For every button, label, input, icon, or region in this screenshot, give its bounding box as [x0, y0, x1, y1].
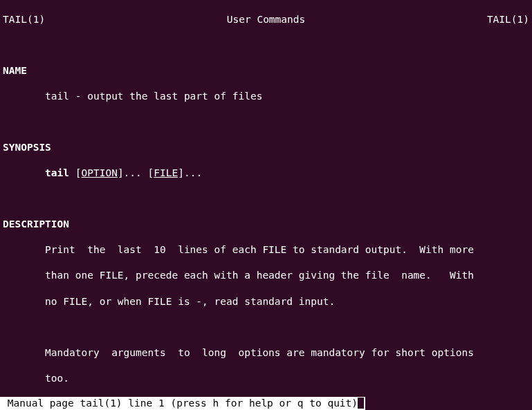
- description-p1-l3: no FILE, or when FILE is -, read standar…: [3, 295, 529, 308]
- synopsis-line: tail [OPTION]... [FILE]...: [3, 167, 529, 180]
- header-right: TAIL(1): [487, 13, 529, 26]
- description-p1-l1: Print the last 10 lines of each FILE to …: [3, 243, 529, 257]
- description-p2-l1: Mandatory arguments to long options are …: [3, 346, 529, 360]
- description-p1-l2: than one FILE, precede each with a heade…: [3, 269, 529, 282]
- section-name-header: NAME: [3, 64, 529, 77]
- header-center: User Commands: [227, 13, 306, 26]
- section-synopsis-header: SYNOPSIS: [3, 141, 529, 154]
- description-p2-l2: too.: [3, 372, 529, 385]
- section-description-header: DESCRIPTION: [3, 218, 529, 231]
- pager-status-line[interactable]: Manual page tail(1) line 1 (press h for …: [0, 397, 365, 410]
- name-body: tail - output the last part of files: [3, 90, 529, 103]
- cursor-icon: [358, 398, 364, 409]
- man-header: TAIL(1)User CommandsTAIL(1): [3, 13, 529, 26]
- header-left: TAIL(1): [3, 13, 45, 26]
- man-page-viewport: TAIL(1)User CommandsTAIL(1) NAME tail - …: [0, 0, 532, 410]
